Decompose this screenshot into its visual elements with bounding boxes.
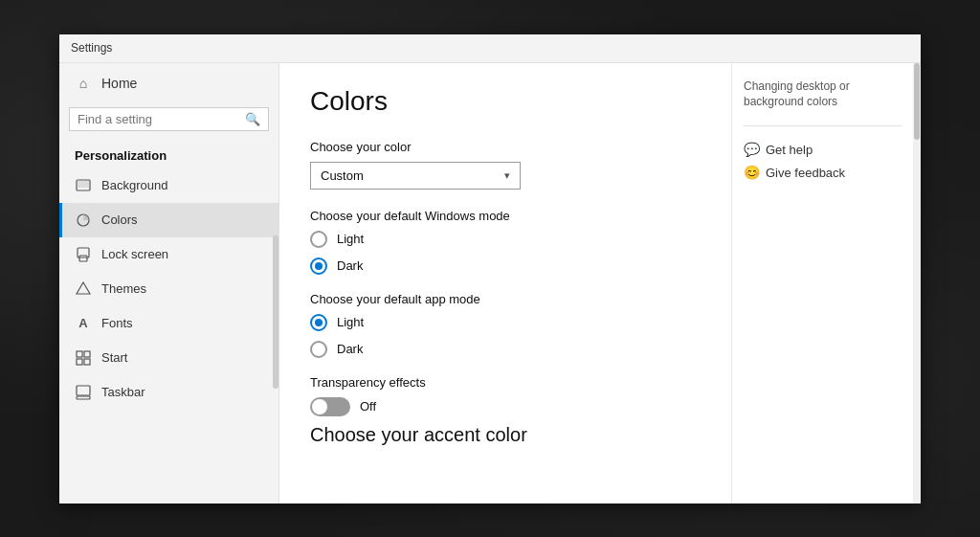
get-help-link[interactable]: 💬 Get help: [744, 142, 902, 157]
sidebar-item-background[interactable]: Background: [59, 168, 278, 203]
related-settings-label: Changing desktop or background colors: [744, 78, 902, 111]
section-label: Personalization: [59, 141, 278, 168]
search-box[interactable]: 🔍: [69, 107, 269, 131]
windows-mode-light-label: Light: [337, 232, 364, 246]
colors-icon: [75, 212, 92, 229]
sidebar-item-themes-label: Themes: [101, 281, 146, 296]
transparency-state: Off: [360, 399, 376, 414]
home-label: Home: [101, 76, 137, 91]
radio-app-dark-circle: [310, 341, 327, 358]
svg-rect-4: [79, 256, 87, 261]
svg-rect-1: [77, 180, 90, 188]
radio-app-light-circle: [310, 314, 327, 331]
page-title: Colors: [310, 86, 701, 117]
search-icon: 🔍: [245, 112, 260, 126]
svg-rect-8: [84, 359, 90, 365]
chevron-down-icon: ▾: [504, 169, 510, 182]
themes-icon: [75, 280, 92, 298]
get-help-icon: 💬: [744, 142, 760, 157]
sidebar-item-home[interactable]: ⌂ Home: [59, 63, 278, 103]
sidebar-item-themes[interactable]: Themes: [59, 272, 278, 306]
sidebar-item-lock-screen[interactable]: Lock screen: [59, 237, 278, 272]
sidebar-item-fonts[interactable]: A Fonts: [59, 306, 278, 341]
svg-rect-7: [77, 359, 82, 365]
sidebar-item-start[interactable]: Start: [59, 341, 278, 375]
color-dropdown[interactable]: Custom ▾: [310, 162, 521, 190]
give-feedback-label: Give feedback: [766, 166, 845, 180]
give-feedback-icon: 😊: [744, 165, 760, 180]
sidebar-item-fonts-label: Fonts: [101, 316, 133, 330]
windows-mode-group: Light Dark: [310, 231, 701, 275]
main-content: Colors Choose your color Custom ▾ Choose…: [279, 63, 921, 503]
scrollbar-thumb: [914, 63, 920, 140]
app-mode-group: Light Dark: [310, 314, 701, 358]
transparency-toggle[interactable]: [310, 397, 350, 416]
sidebar: ⌂ Home 🔍 Personalization Background: [59, 63, 279, 503]
transparency-label: Transparency effects: [310, 375, 701, 390]
main-inner: Colors Choose your color Custom ▾ Choose…: [279, 63, 731, 503]
get-help-label: Get help: [766, 143, 813, 157]
fonts-icon: A: [75, 315, 92, 332]
windows-mode-dark[interactable]: Dark: [310, 257, 701, 275]
sidebar-scrollbar[interactable]: [273, 235, 278, 389]
sidebar-item-background-label: Background: [101, 178, 167, 192]
app-mode-light-label: Light: [337, 315, 364, 329]
radio-dark-circle: [310, 257, 327, 275]
sidebar-item-start-label: Start: [101, 350, 127, 365]
color-dropdown-value: Custom: [321, 168, 364, 183]
background-icon: [75, 177, 92, 194]
accent-heading: Choose your accent color: [310, 424, 701, 446]
svg-rect-9: [77, 386, 90, 395]
sidebar-item-colors-label: Colors: [101, 213, 138, 227]
main-scrollbar[interactable]: [913, 63, 921, 503]
taskbar-icon: [75, 384, 92, 401]
give-feedback-link[interactable]: 😊 Give feedback: [744, 165, 902, 180]
content-area: ⌂ Home 🔍 Personalization Background: [59, 63, 921, 503]
titlebar: Settings: [59, 34, 921, 63]
search-input[interactable]: [78, 112, 239, 126]
right-panel: Changing desktop or background colors 💬 …: [731, 63, 913, 503]
window-title: Settings: [71, 41, 112, 55]
windows-mode-label: Choose your default Windows mode: [310, 209, 701, 223]
svg-rect-5: [77, 351, 82, 357]
color-section-label: Choose your color: [310, 140, 701, 154]
home-icon: ⌂: [75, 75, 92, 92]
panel-divider: [744, 125, 902, 126]
settings-window: Settings ⌂ Home 🔍 Personalization: [59, 34, 921, 503]
lock-screen-icon: [75, 246, 92, 263]
transparency-toggle-row: Off: [310, 397, 701, 416]
app-mode-light[interactable]: Light: [310, 314, 701, 331]
start-icon: [75, 349, 92, 367]
radio-light-circle: [310, 231, 327, 248]
sidebar-item-taskbar[interactable]: Taskbar: [59, 375, 278, 410]
svg-rect-6: [84, 351, 90, 357]
sidebar-item-lock-screen-label: Lock screen: [101, 247, 168, 261]
sidebar-item-taskbar-label: Taskbar: [101, 385, 145, 399]
windows-mode-light[interactable]: Light: [310, 231, 701, 248]
app-mode-dark-label: Dark: [337, 342, 363, 356]
windows-mode-dark-label: Dark: [337, 258, 363, 273]
sidebar-item-colors[interactable]: Colors: [59, 203, 278, 237]
related-settings-text: Changing desktop or background colors: [744, 78, 902, 111]
svg-rect-10: [77, 396, 90, 399]
app-mode-dark[interactable]: Dark: [310, 341, 701, 358]
app-mode-label: Choose your default app mode: [310, 292, 701, 306]
